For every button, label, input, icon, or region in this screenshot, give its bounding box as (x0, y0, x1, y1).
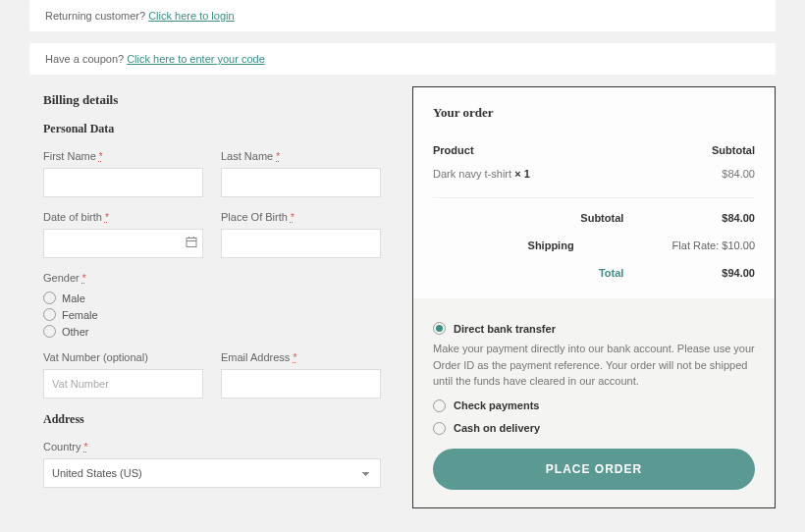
dob-label: Date of birth * (43, 211, 203, 223)
first-name-input[interactable] (43, 168, 203, 197)
country-label: Country * (43, 441, 381, 452)
sum-shipping-value: Flat Rate: $10.00 (672, 239, 755, 251)
last-name-label: Last Name * (221, 150, 381, 162)
place-order-button[interactable]: PLACE ORDER (433, 449, 755, 490)
col-product: Product (433, 144, 474, 156)
sum-subtotal-label: Subtotal (433, 212, 623, 224)
sum-shipping-label: Shipping (433, 239, 574, 251)
gender-female[interactable]: Female (43, 308, 203, 321)
sum-total-label: Total (433, 267, 623, 279)
address-heading: Address (43, 412, 381, 427)
coupon-link[interactable]: Click here to enter your code (127, 53, 265, 65)
order-heading: Your order (433, 105, 755, 121)
dob-input[interactable] (43, 229, 203, 258)
vat-input[interactable] (43, 369, 203, 399)
pob-label: Place Of Birth * (221, 211, 381, 223)
radio-icon (433, 322, 446, 335)
pay-direct[interactable]: Direct bank transfer (433, 322, 755, 335)
radio-icon (43, 308, 56, 321)
login-link[interactable]: Click here to login (148, 10, 234, 22)
payment-methods: Direct bank transfer Make your payment d… (413, 298, 775, 507)
order-summary: Your order Product Subtotal Dark navy t-… (412, 86, 776, 508)
billing-column: Billing details Personal Data First Name… (29, 86, 395, 508)
pob-input[interactable] (221, 229, 381, 258)
billing-heading: Billing details (43, 92, 381, 108)
pay-cod[interactable]: Cash on delivery (433, 422, 755, 435)
personal-data-heading: Personal Data (43, 122, 381, 136)
email-input[interactable] (221, 369, 381, 399)
coupon-prefix: Have a coupon? (45, 53, 127, 65)
radio-icon (433, 399, 446, 412)
radio-icon (43, 292, 56, 304)
sum-total-value: $94.00 (722, 267, 755, 279)
email-label: Email Address * (221, 351, 381, 363)
radio-icon (433, 422, 446, 435)
order-item-row: Dark navy t-shirt × 1 $84.00 (433, 162, 755, 198)
gender-male[interactable]: Male (43, 292, 203, 304)
country-select[interactable]: United States (US) (43, 458, 381, 488)
sum-subtotal-value: $84.00 (722, 212, 755, 224)
returning-customer-notice: Returning customer? Click here to login (29, 0, 776, 31)
coupon-notice: Have a coupon? Click here to enter your … (29, 43, 776, 75)
col-subtotal: Subtotal (712, 144, 755, 156)
returning-prefix: Returning customer? (45, 10, 148, 22)
pay-check[interactable]: Check payments (433, 399, 755, 412)
radio-icon (43, 325, 56, 338)
vat-label: Vat Number (optional) (43, 351, 203, 363)
last-name-input[interactable] (221, 168, 381, 197)
pay-direct-desc: Make your payment directly into our bank… (433, 341, 755, 390)
gender-other[interactable]: Other (43, 325, 203, 338)
first-name-label: First Name * (43, 150, 203, 162)
gender-label: Gender * (43, 272, 203, 284)
